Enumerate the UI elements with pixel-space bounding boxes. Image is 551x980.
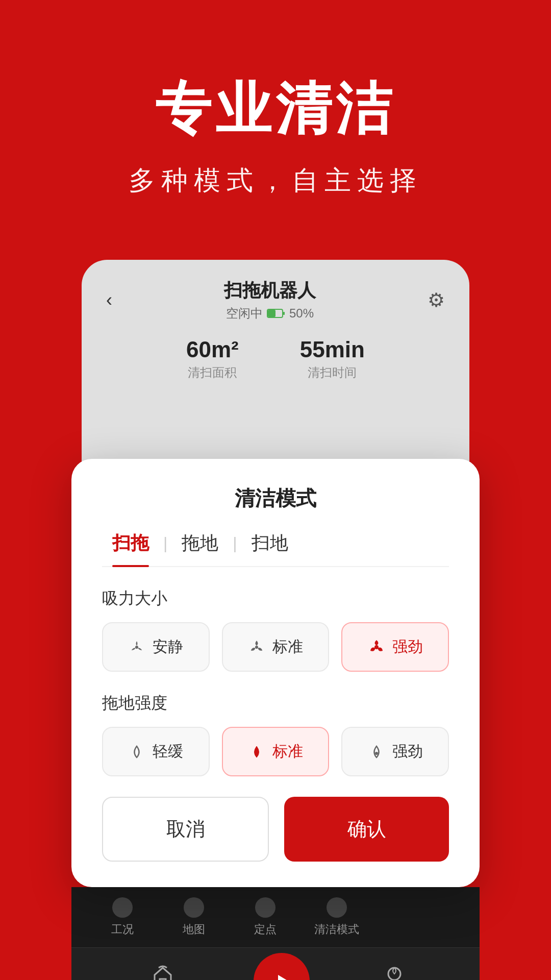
stat-value-area: 60m² <box>186 337 239 362</box>
fan-standard-icon <box>248 639 265 656</box>
status-text: 空闲中 <box>226 305 263 322</box>
scroll-item-4: 清洁模式 <box>306 897 367 937</box>
stat-time: 55min 清扫时间 <box>300 337 365 381</box>
stat-label-time: 清扫时间 <box>300 364 365 381</box>
drop-gentle-icon <box>128 743 145 761</box>
suction-strong-label: 强劲 <box>392 636 423 657</box>
phone-mockup: ‹ 扫拖机器人 空闲中 50% ⚙ 60m² 清扫面积 <box>66 260 485 980</box>
phone-status: 空闲中 50% <box>224 305 316 322</box>
phone-header: ‹ 扫拖机器人 空闲中 50% ⚙ <box>82 260 469 327</box>
modal-card: 清洁模式 扫拖 | 拖地 | 扫地 吸力大小 安 <box>71 459 480 887</box>
stat-label-area: 清扫面积 <box>186 364 239 381</box>
suction-strong[interactable]: 强劲 <box>341 622 449 672</box>
bottom-nav: 召回工作站 清洗拖布 <box>71 947 480 980</box>
mop-label: 拖地强度 <box>102 692 449 715</box>
stat-value-time: 55min <box>300 337 365 362</box>
confirm-button[interactable]: 确认 <box>284 797 449 862</box>
scroll-item-1: 工况 <box>92 897 153 937</box>
scroll-row: 工况 地图 定点 清洁模式 <box>71 887 480 947</box>
back-button[interactable]: ‹ <box>106 289 112 311</box>
phone-bg-card: ‹ 扫拖机器人 空闲中 50% ⚙ 60m² 清扫面积 <box>82 260 469 474</box>
suction-standard[interactable]: 标准 <box>222 622 330 672</box>
scroll-item-3: 定点 <box>235 897 296 937</box>
svg-point-3 <box>135 646 138 649</box>
drop-standard-icon <box>248 743 265 761</box>
tab-mop-only[interactable]: 拖地 <box>171 531 229 566</box>
mop-standard-label: 标准 <box>272 741 303 762</box>
battery-icon <box>267 309 285 318</box>
svg-point-4 <box>255 646 258 649</box>
mode-tabs: 扫拖 | 拖地 | 扫地 <box>102 531 449 567</box>
nav-recall[interactable]: 召回工作站 <box>132 964 193 980</box>
svg-point-6 <box>375 752 378 755</box>
suction-quiet-label: 安静 <box>153 636 183 657</box>
svg-rect-2 <box>283 312 285 315</box>
svg-marker-7 <box>278 975 288 980</box>
mop-options: 轻缓 标准 强劲 <box>102 727 449 776</box>
phone-title-area: 扫拖机器人 空闲中 50% <box>224 278 316 322</box>
tab-divider-2: | <box>229 534 241 563</box>
mop-gentle-label: 轻缓 <box>153 741 183 762</box>
play-icon <box>270 970 293 980</box>
svg-rect-1 <box>268 310 276 317</box>
phone-stats: 60m² 清扫面积 55min 清扫时间 <box>82 327 469 396</box>
modal-overlay: 清洁模式 扫拖 | 拖地 | 扫地 吸力大小 安 <box>71 459 480 887</box>
tab-sweep-only[interactable]: 扫地 <box>241 531 298 566</box>
action-buttons: 取消 确认 <box>102 797 449 862</box>
fan-quiet-icon <box>128 639 145 656</box>
mop-strong-label: 强劲 <box>392 741 423 762</box>
mop-gentle[interactable]: 轻缓 <box>102 727 210 776</box>
hero-title: 专业清洁 <box>31 71 520 148</box>
suction-quiet[interactable]: 安静 <box>102 622 210 672</box>
mop-standard[interactable]: 标准 <box>222 727 330 776</box>
hero-subtitle: 多种模式，自主选择 <box>31 163 520 199</box>
modal-title: 清洁模式 <box>102 484 449 512</box>
suction-standard-label: 标准 <box>272 636 303 657</box>
fan-strong-icon <box>368 639 385 656</box>
drop-strong-icon <box>368 743 385 761</box>
wash-mop-icon <box>382 964 407 980</box>
home-recall-icon <box>151 964 175 980</box>
phone-bottom: 工况 地图 定点 清洁模式 召回工作站 <box>71 887 480 980</box>
hero-section: 专业清洁 多种模式，自主选择 <box>0 0 551 229</box>
suction-options: 安静 标准 <box>102 622 449 672</box>
play-button[interactable] <box>254 953 310 980</box>
tab-divider-1: | <box>159 534 171 563</box>
phone-title: 扫拖机器人 <box>224 278 316 303</box>
battery-percent: 50% <box>289 306 314 321</box>
mop-strong[interactable]: 强劲 <box>341 727 449 776</box>
nav-clean-mop[interactable]: 清洗拖布 <box>370 964 419 980</box>
tab-sweep-mop[interactable]: 扫拖 <box>102 531 159 566</box>
stat-area: 60m² 清扫面积 <box>186 337 239 381</box>
suction-label: 吸力大小 <box>102 587 449 610</box>
settings-icon[interactable]: ⚙ <box>428 289 445 311</box>
cancel-button[interactable]: 取消 <box>102 797 269 862</box>
scroll-item-2: 地图 <box>163 897 224 937</box>
